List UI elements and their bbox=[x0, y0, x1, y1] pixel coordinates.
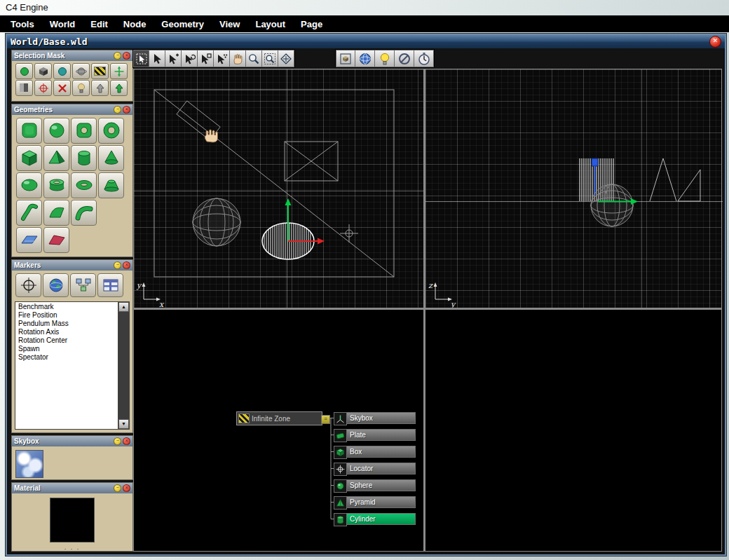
viewport-node-graph[interactable]: Infinite Zone = Skybox Plate Box bbox=[134, 310, 423, 551]
shader-marker-button[interactable] bbox=[97, 273, 123, 297]
geometry-revolution-button[interactable] bbox=[71, 200, 97, 226]
view-world-button[interactable] bbox=[355, 50, 375, 67]
list-item[interactable]: Fire Position bbox=[16, 311, 118, 320]
mask-emitter-button[interactable] bbox=[72, 80, 90, 96]
panel-minimize-button[interactable]: − bbox=[114, 261, 121, 269]
window-close-button[interactable]: ✕ bbox=[709, 36, 721, 48]
zone-collapse-button[interactable]: = bbox=[321, 415, 330, 424]
tool-move-button[interactable] bbox=[165, 50, 182, 67]
scroll-down-button[interactable]: ▼ bbox=[118, 419, 129, 429]
node-item-box[interactable]: Box bbox=[334, 446, 416, 458]
geometry-terrain-button[interactable] bbox=[43, 227, 69, 253]
markers-titlebar[interactable]: Markers − × bbox=[12, 260, 132, 271]
list-item[interactable]: Rotation Center bbox=[16, 336, 118, 345]
tool-resize-button[interactable] bbox=[198, 50, 214, 67]
mask-source-button[interactable] bbox=[72, 63, 90, 79]
gizmo-handle[interactable] bbox=[592, 158, 598, 166]
mask-light-button[interactable] bbox=[53, 63, 71, 79]
menu-geometry[interactable]: Geometry bbox=[154, 19, 212, 29]
view-lighting-button[interactable] bbox=[375, 50, 395, 67]
mask-marker-button[interactable] bbox=[34, 80, 52, 96]
view-timer-button[interactable] bbox=[414, 50, 434, 67]
selection-mask-titlebar[interactable]: Selection Mask − × bbox=[12, 50, 132, 61]
node-item-plate[interactable]: Plate bbox=[334, 429, 416, 441]
menu-layout[interactable]: Layout bbox=[247, 19, 293, 29]
panel-close-button[interactable]: × bbox=[123, 484, 130, 492]
node-item-locator[interactable]: Locator bbox=[334, 463, 416, 474]
tool-select-button[interactable] bbox=[149, 50, 165, 67]
geometries-titlebar[interactable]: Geometries − × bbox=[12, 104, 132, 115]
mask-physics-button[interactable] bbox=[110, 80, 128, 96]
list-item[interactable]: Rotation Axis bbox=[16, 328, 118, 336]
menu-world[interactable]: World bbox=[42, 19, 83, 29]
list-item[interactable]: Pendulum Mass bbox=[16, 320, 118, 328]
panel-minimize-button[interactable]: − bbox=[114, 52, 121, 60]
locator-marker-button[interactable] bbox=[15, 273, 41, 297]
skybox-texture-thumbnail[interactable] bbox=[15, 450, 43, 478]
panel-close-button[interactable]: × bbox=[123, 437, 130, 445]
node-item-pyramid[interactable]: Pyramid bbox=[334, 496, 416, 508]
panel-close-button[interactable]: × bbox=[123, 52, 130, 60]
panel-minimize-button[interactable]: − bbox=[114, 106, 121, 114]
geometry-extrusion-button[interactable] bbox=[43, 200, 69, 226]
geometry-cone-button[interactable] bbox=[98, 145, 124, 171]
mask-portal-button[interactable] bbox=[110, 63, 128, 79]
mask-effect-button[interactable] bbox=[53, 80, 71, 96]
geometry-pyramid-button[interactable] bbox=[43, 145, 69, 171]
geometry-truncated-cone-button[interactable] bbox=[98, 172, 124, 198]
node-item-cylinder[interactable]: Cylinder bbox=[334, 513, 416, 525]
tool-zoom-button[interactable] bbox=[246, 50, 262, 67]
view-gizmo-button[interactable] bbox=[336, 50, 355, 67]
tool-boxzoom-button[interactable] bbox=[262, 50, 278, 67]
tool-connect-button[interactable] bbox=[214, 50, 230, 67]
mask-zone-button[interactable] bbox=[91, 63, 109, 79]
list-scrollbar[interactable]: ▲ ▼ bbox=[118, 302, 129, 429]
menu-page[interactable]: Page bbox=[293, 19, 330, 29]
geometry-sphere-button[interactable] bbox=[43, 118, 69, 144]
node-item-infinite-zone[interactable]: Infinite Zone bbox=[236, 411, 322, 425]
tool-boxselect-button[interactable] bbox=[133, 50, 149, 67]
geometry-torus-button[interactable] bbox=[98, 118, 124, 144]
list-item[interactable]: Spectator bbox=[16, 353, 118, 362]
mask-space-button[interactable] bbox=[91, 80, 109, 96]
geometry-box-button[interactable] bbox=[16, 145, 42, 171]
view-backfaces-button[interactable] bbox=[395, 50, 414, 67]
geometry-path-button[interactable] bbox=[16, 200, 42, 226]
geometry-holeplate-button[interactable] bbox=[71, 118, 97, 144]
markers-list[interactable]: Benchmark Fire Position Pendulum Mass Ro… bbox=[15, 301, 130, 430]
geometry-tube-button[interactable] bbox=[43, 172, 69, 198]
skybox-titlebar[interactable]: Skybox − × bbox=[12, 436, 132, 446]
connection-marker-button[interactable] bbox=[70, 273, 96, 297]
window-titlebar[interactable]: World/Base.wld ✕ bbox=[7, 35, 725, 48]
viewport-top-view[interactable]: y x bbox=[134, 69, 423, 308]
mask-geometry-button[interactable] bbox=[15, 63, 33, 79]
geometry-flat-torus-button[interactable] bbox=[71, 172, 97, 198]
material-titlebar[interactable]: Material − × bbox=[12, 483, 132, 493]
scroll-up-button[interactable]: ▲ bbox=[118, 302, 129, 312]
panel-minimize-button[interactable]: − bbox=[114, 437, 121, 445]
geometry-cylinder-button[interactable] bbox=[71, 145, 97, 171]
tool-rotate-button[interactable] bbox=[182, 50, 198, 67]
node-item-skybox[interactable]: Skybox bbox=[334, 412, 416, 424]
panel-close-button[interactable]: × bbox=[123, 106, 130, 114]
list-item[interactable]: Spawn bbox=[16, 345, 118, 353]
list-item[interactable]: Benchmark bbox=[16, 303, 118, 311]
menu-tools[interactable]: Tools bbox=[3, 19, 42, 29]
geometry-ellipsoid-button[interactable] bbox=[16, 172, 42, 198]
tool-pan-button[interactable] bbox=[230, 50, 246, 67]
geometry-water-button[interactable] bbox=[16, 227, 42, 253]
tool-frame-button[interactable] bbox=[278, 50, 294, 67]
viewport-side-view[interactable]: z y bbox=[425, 69, 721, 308]
material-preview[interactable] bbox=[50, 498, 95, 542]
viewport-empty[interactable] bbox=[425, 310, 721, 551]
mask-trigger-button[interactable] bbox=[15, 80, 33, 96]
panel-minimize-button[interactable]: − bbox=[114, 484, 121, 492]
menu-edit[interactable]: Edit bbox=[83, 19, 116, 29]
panel-close-button[interactable]: × bbox=[123, 261, 130, 269]
world-marker-button[interactable] bbox=[43, 273, 69, 297]
node-item-sphere[interactable]: Sphere bbox=[334, 479, 416, 491]
mask-instance-button[interactable] bbox=[34, 63, 52, 79]
menu-node[interactable]: Node bbox=[116, 19, 154, 29]
menu-view[interactable]: View bbox=[212, 19, 247, 29]
geometry-plate-button[interactable] bbox=[16, 118, 42, 144]
